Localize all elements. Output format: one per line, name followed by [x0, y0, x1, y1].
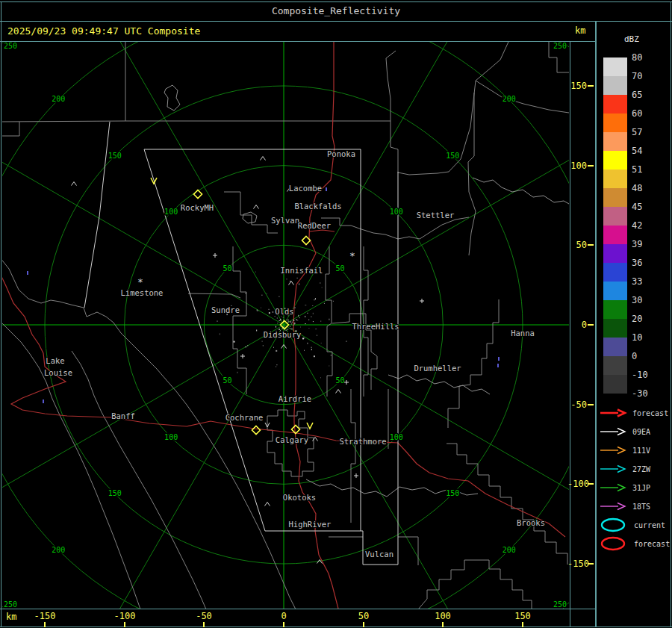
y-tick-mark — [588, 563, 594, 565]
scale-boundary-label: 60 — [632, 108, 662, 119]
scale-boundary-label: 80 — [632, 52, 662, 63]
legend-row-18TS: 18TS — [599, 502, 650, 511]
legend-arrow-icon — [599, 427, 627, 436]
county-boundary — [321, 217, 469, 239]
city-label: Vulcan — [365, 550, 393, 559]
frame-top — [0, 1, 672, 2]
legend-arrow-icon — [599, 446, 627, 455]
county-boundary — [72, 351, 206, 609]
legend-row-27ZW: 27ZW — [599, 464, 650, 473]
county-boundary — [0, 321, 140, 609]
county-boundary — [326, 246, 332, 397]
legend-row-forecast: forecast — [599, 535, 670, 553]
y-tick-mark — [588, 324, 594, 326]
highway-line — [309, 230, 335, 231]
scale-unit-label: dBZ — [624, 34, 639, 44]
scale-color-box — [603, 95, 627, 114]
scale-boundary-label: 57 — [632, 126, 662, 138]
scale-color-box — [603, 300, 627, 319]
city-label: Louise — [44, 368, 72, 377]
range-ring-label: 250 — [553, 600, 567, 609]
blue-echo-dot — [498, 357, 500, 361]
river-line — [388, 375, 490, 394]
y-tick-label: -50 — [567, 400, 587, 410]
legend-row-31JP: 31JP — [599, 483, 650, 492]
blue-echo-dot — [27, 271, 28, 275]
range-ring-label: 200 — [503, 546, 516, 554]
y-tick-label: -150 — [567, 559, 587, 569]
city-label: Okotoks — [283, 493, 316, 502]
radar-map[interactable]: 5050505010010010010015015015015020020020… — [0, 0, 672, 628]
legend-label: 09EA — [632, 428, 650, 436]
scale-color-box — [603, 207, 627, 226]
legend-label: forecast — [632, 409, 668, 417]
frame-infobar-bottom — [0, 41, 596, 42]
frame-sidebar-divider — [595, 21, 597, 627]
legend-row-09EA: 09EA — [599, 427, 650, 436]
blue-echo-dot — [43, 400, 44, 403]
legend-arrow-icon — [599, 408, 627, 417]
county-boundary — [351, 389, 355, 523]
scale-boundary-label: 0 — [632, 350, 662, 362]
city-label: ThreeHills — [352, 322, 399, 331]
caret-marker-icon — [261, 157, 266, 161]
caret-marker-icon — [289, 282, 294, 285]
scale-boundary-label: 20 — [632, 313, 662, 325]
city-label: Didsbury — [264, 330, 302, 339]
scale-boundary-label: 39 — [632, 238, 662, 250]
scale-boundary-label: 42 — [632, 220, 662, 231]
caret-marker-icon — [265, 503, 270, 506]
scale-color-box — [603, 132, 627, 151]
scale-boundary-label: 10 — [632, 332, 662, 343]
scale-color-box — [603, 263, 627, 282]
x-tick-label: -50 — [187, 611, 220, 621]
range-ring-label: 150 — [446, 489, 459, 497]
city-label: Brooks — [517, 518, 545, 527]
x-tick-label: 0 — [267, 611, 300, 621]
scale-boundary-label: -10 — [632, 369, 662, 381]
range-ring-label: 200 — [52, 95, 65, 103]
legend-row-111V: 111V — [599, 446, 650, 455]
scale-boundary-label: 36 — [632, 257, 662, 269]
x-tick-mark — [124, 622, 125, 627]
city-label: Cochrane — [225, 413, 264, 422]
frame-axis-right — [570, 609, 570, 627]
range-ring-label: 200 — [52, 546, 65, 554]
y-tick-label: 50 — [567, 240, 587, 250]
scale-boundary-label: 30 — [632, 294, 662, 306]
frame-left — [1, 1, 1, 627]
x-tick-mark — [203, 622, 205, 627]
scale-color-box — [603, 319, 627, 338]
range-ring-label: 150 — [108, 152, 122, 160]
legend-arrow-icon — [599, 464, 627, 473]
scale-color-box — [603, 170, 627, 188]
range-ring-label: 150 — [108, 489, 122, 497]
county-boundary — [0, 122, 19, 136]
range-ring-label: 50 — [335, 376, 344, 385]
county-boundary — [398, 537, 418, 565]
y-tick-mark — [588, 244, 594, 246]
range-ring-label: 50 — [223, 376, 232, 385]
y-tick-label: 150 — [567, 81, 587, 91]
scale-color-box — [603, 356, 627, 375]
y-tick-mark — [588, 483, 594, 485]
lake-outline — [243, 212, 257, 223]
legend-label: current — [634, 521, 665, 529]
scale-color-box — [603, 282, 627, 300]
scale-color-box — [603, 76, 627, 95]
range-ring-label: 250 — [553, 42, 567, 50]
range-ring-label: 150 — [446, 152, 459, 160]
legend-ellipse-icon — [599, 516, 629, 534]
x-tick-label: 150 — [506, 611, 539, 621]
scale-color-box — [603, 114, 627, 132]
x-axis-unit-label: km — [6, 612, 16, 622]
range-ring-label: 100 — [390, 208, 403, 216]
city-label: RockyMH — [181, 203, 214, 212]
lake-outline — [164, 85, 180, 111]
x-tick-mark — [44, 622, 46, 627]
legend-label: forecast — [634, 540, 670, 548]
legend-label: 18TS — [632, 503, 650, 511]
city-label: Lacombe — [289, 184, 322, 193]
city-label: Ponoka — [327, 149, 355, 158]
city-label: Stettler — [417, 211, 455, 220]
